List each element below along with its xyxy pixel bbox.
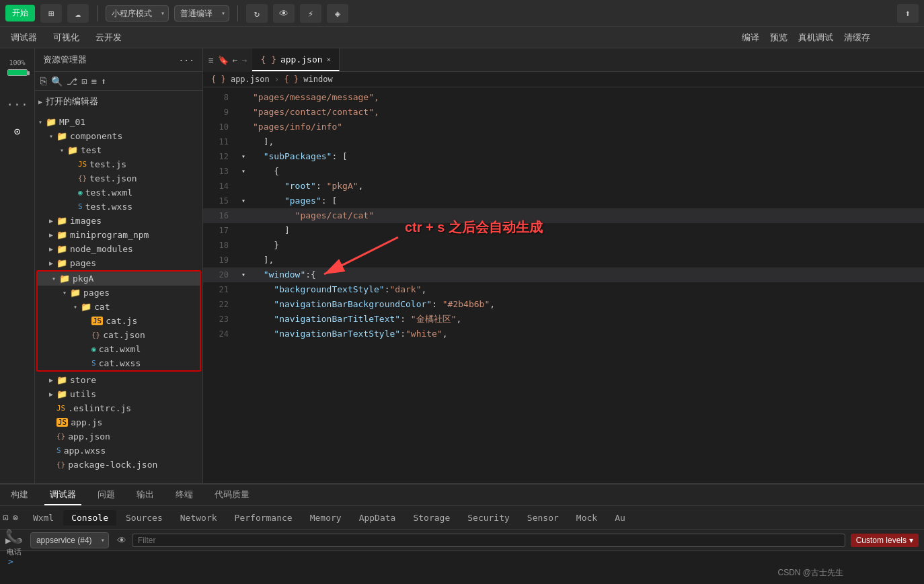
upload-button[interactable]: ⬆ bbox=[897, 4, 919, 23]
miniprogram-mode-select[interactable]: 小程序模式 bbox=[106, 5, 169, 22]
mock-console-tab[interactable]: Mock bbox=[568, 510, 605, 526]
code-quality-tab[interactable]: 代码质量 bbox=[209, 485, 255, 505]
cat-folder[interactable]: ▾ 📁 cat bbox=[38, 300, 200, 314]
cloud-icon[interactable]: ☁ bbox=[67, 4, 89, 23]
code-line-14: 14 "root": "pkgA", bbox=[203, 179, 924, 194]
utils-folder[interactable]: ▶ 📁 utils bbox=[35, 387, 202, 401]
real-machine-btn[interactable]: 真机调试 bbox=[798, 32, 833, 44]
code-content: 8 "pages/message/message", 9 "pages/cont… bbox=[203, 87, 924, 483]
explorer-more[interactable]: ··· bbox=[179, 55, 194, 65]
custom-levels-button[interactable]: Custom levels ▾ bbox=[851, 534, 919, 547]
sources-console-tab[interactable]: Sources bbox=[118, 510, 171, 526]
app-json-file[interactable]: {} app.json bbox=[35, 429, 202, 444]
tab-label: app.json bbox=[280, 54, 323, 65]
start-button[interactable]: 开始 bbox=[5, 5, 35, 22]
appdata-console-tab[interactable]: AppData bbox=[351, 510, 404, 526]
test-wxml-file[interactable]: ◉ test.wxml bbox=[35, 185, 202, 200]
sensor-console-tab[interactable]: Sensor bbox=[519, 510, 567, 526]
layers-icon[interactable]: ◈ bbox=[327, 4, 348, 23]
copy-file-icon[interactable]: ⎘ bbox=[40, 75, 47, 87]
open-editors-toggle[interactable]: ▶ 打开的编辑器 bbox=[35, 93, 202, 110]
wxml-console-tab[interactable]: Wxml bbox=[25, 510, 62, 526]
test-js-file[interactable]: JS test.js bbox=[35, 157, 202, 171]
phone-icon[interactable]: ⊙ bbox=[5, 119, 30, 143]
search-icon[interactable]: 🔍 bbox=[51, 76, 63, 87]
memory-console-tab[interactable]: Memory bbox=[302, 510, 350, 526]
code-line-10: 10 "pages/info/info" bbox=[203, 120, 924, 134]
images-folder[interactable]: ▶ 📁 images bbox=[35, 214, 202, 228]
test-wxss-file[interactable]: S test.wxss bbox=[35, 200, 202, 214]
deploy-icon[interactable]: ⬆ bbox=[101, 76, 106, 87]
explorer-header: 资源管理器 ··· bbox=[35, 48, 202, 72]
console-toolbar: ▶ ⊘ appservice (#4) 👁 Custom levels ▾ bbox=[0, 530, 924, 551]
project-toggle[interactable]: ▾ 📁 MP_01 bbox=[35, 115, 202, 129]
cloud-dev-link[interactable]: 云开发 bbox=[95, 32, 122, 44]
test-json-file[interactable]: {} test.json bbox=[35, 171, 202, 185]
filter-input[interactable] bbox=[132, 534, 845, 547]
compile-btn[interactable]: 编译 bbox=[742, 32, 759, 44]
close-tab-icon[interactable]: ✕ bbox=[327, 55, 332, 64]
preview-icon[interactable]: 👁 bbox=[273, 4, 295, 23]
status-area: 100% bbox=[5, 54, 30, 81]
collapse-icon[interactable]: ≡ bbox=[91, 76, 96, 87]
node-modules-folder[interactable]: ▶ 📁 node_modules bbox=[35, 242, 202, 256]
code-line-18: 18 } bbox=[203, 238, 924, 253]
device-icon[interactable]: ··· bbox=[5, 92, 30, 116]
cat-js-file[interactable]: JS cat.js bbox=[38, 314, 200, 328]
forward-icon[interactable]: → bbox=[242, 55, 247, 65]
bookmark2-icon[interactable]: 🔖 bbox=[218, 55, 229, 65]
app-js-file[interactable]: JS app.js bbox=[35, 415, 202, 429]
app-wxss-file[interactable]: S app.wxss bbox=[35, 444, 202, 458]
console-console-tab[interactable]: Console bbox=[63, 510, 116, 526]
code-line-12: 12 ▾ "subPackages": [ bbox=[203, 149, 924, 164]
security-console-tab[interactable]: Security bbox=[459, 510, 518, 526]
app-json-tab[interactable]: { } app.json ✕ bbox=[252, 48, 340, 71]
cat-wxml-file[interactable]: ◉ cat.wxml bbox=[38, 342, 200, 356]
compile-mode-select[interactable]: 普通编译 bbox=[174, 5, 229, 22]
au-console-tab[interactable]: Au bbox=[607, 510, 633, 526]
eslintrc-file[interactable]: JS .eslintrc.js bbox=[35, 401, 202, 415]
code-line-13: 13 ▾ { bbox=[203, 164, 924, 179]
problems-tab[interactable]: 问题 bbox=[92, 485, 120, 505]
package-lock-file[interactable]: {} package-lock.json bbox=[35, 458, 202, 472]
back-icon[interactable]: ← bbox=[233, 55, 238, 65]
refresh-icon[interactable]: ↻ bbox=[246, 4, 268, 23]
storage-console-tab[interactable]: Storage bbox=[405, 510, 458, 526]
open-editors-section: ▶ 打开的编辑器 bbox=[35, 91, 202, 112]
git-icon[interactable]: ⎇ bbox=[67, 76, 77, 87]
preview-btn[interactable]: 预览 bbox=[770, 32, 787, 44]
pkga-pages-folder[interactable]: ▾ 📁 pages bbox=[38, 286, 200, 300]
bottom-tabs-bar: 构建 调试器 问题 输出 终端 代码质量 bbox=[0, 485, 924, 506]
debugger-tab[interactable]: 调试器 bbox=[44, 485, 81, 505]
code-line-23: 23 "navigationBarTitleText": "金橘社区", bbox=[203, 312, 924, 327]
store-folder[interactable]: ▶ 📁 store bbox=[35, 373, 202, 387]
clear-cache-btn[interactable]: 清缓存 bbox=[844, 32, 870, 44]
performance-console-tab[interactable]: Performance bbox=[227, 510, 301, 526]
test-folder[interactable]: ▾ 📁 test bbox=[35, 143, 202, 157]
debugger-link[interactable]: 调试器 bbox=[11, 32, 37, 44]
cat-wxss-file[interactable]: S cat.wxss bbox=[38, 356, 200, 370]
custom-levels-label: Custom levels bbox=[856, 536, 907, 545]
phone-icon[interactable]: 📞 bbox=[5, 528, 22, 544]
split-icon[interactable]: ⊡ bbox=[81, 76, 87, 87]
file-explorer: 资源管理器 ··· ⎘ 🔍 ⎇ ⊡ ≡ ⬆ ▶ 打开的编辑器 ▾ 📁 MP_01 bbox=[35, 48, 203, 483]
pkga-folder[interactable]: ▾ 📁 pkgA bbox=[38, 272, 200, 286]
context-select[interactable]: appservice (#4) bbox=[30, 532, 109, 548]
bookmark-icon[interactable]: ≡ bbox=[208, 55, 214, 65]
code-line-20: 20 ▾ "window":{ bbox=[203, 267, 924, 282]
real-debug-icon[interactable]: ⚡ bbox=[300, 4, 321, 23]
visualize-link[interactable]: 可视化 bbox=[53, 32, 79, 44]
inspect-icon[interactable]: ⊡ bbox=[3, 512, 8, 523]
network-console-tab[interactable]: Network bbox=[172, 510, 225, 526]
stop-icon[interactable]: ⊗ bbox=[12, 512, 17, 523]
eye-icon[interactable]: 👁 bbox=[117, 535, 126, 546]
output-tab[interactable]: 输出 bbox=[131, 485, 159, 505]
miniprogram-npm-folder[interactable]: ▶ 📁 miniprogram_npm bbox=[35, 228, 202, 242]
cat-json-file[interactable]: {} cat.json bbox=[38, 328, 200, 342]
console-tabs-bar: ⊡ ⊗ Wxml Console Sources Network Perform… bbox=[0, 506, 924, 530]
components-folder[interactable]: ▾ 📁 components bbox=[35, 129, 202, 143]
simulator-icon[interactable]: ⊞ bbox=[40, 4, 62, 23]
pages-folder[interactable]: ▶ 📁 pages bbox=[35, 256, 202, 270]
build-tab[interactable]: 构建 bbox=[5, 485, 34, 505]
terminal-tab[interactable]: 终端 bbox=[170, 485, 198, 505]
